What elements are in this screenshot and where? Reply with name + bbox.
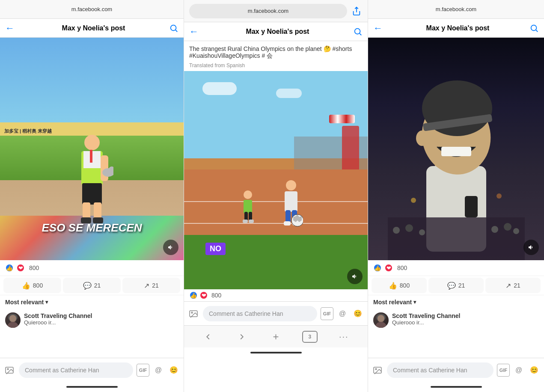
comment-icon: 💬: [83, 282, 92, 290]
right-volume-button[interactable]: [523, 240, 539, 255]
right-share-icon: ↗: [505, 282, 511, 290]
left-sort-bar[interactable]: Most relevant ▾: [0, 295, 184, 309]
left-like-button[interactable]: 👍 800: [3, 278, 61, 293]
svg-line-23: [360, 33, 361, 35]
middle-browser-add[interactable]: +: [268, 329, 283, 344]
left-commenter-name: Scott Traveling Channel: [24, 312, 92, 319]
right-heart-emoji: ❤: [384, 264, 393, 272]
right-commenter-avatar: [373, 312, 389, 328]
middle-share-button[interactable]: [351, 5, 363, 17]
middle-emoji-button[interactable]: 😊: [351, 307, 364, 320]
svg-point-39: [531, 25, 537, 30]
right-top-bar: m.facebook.com: [368, 0, 544, 19]
left-reactions-bar: 👍 ❤ 800: [0, 260, 184, 276]
middle-home-bar: [250, 352, 302, 353]
svg-point-30: [286, 180, 296, 190]
right-url: m.facebook.com: [436, 6, 476, 12]
like-icon: 👍: [22, 282, 30, 290]
right-commenter-name: Scott Traveling Channel: [392, 312, 460, 319]
right-like-button[interactable]: 👍 800: [372, 278, 427, 293]
middle-tabs-button[interactable]: 3: [302, 331, 318, 343]
left-comment-input-bar: Comment as Catherine Han GIF @ 😊: [0, 358, 184, 382]
right-search-button[interactable]: [529, 24, 539, 33]
right-post-image: [368, 38, 544, 260]
right-nav-bar: ← Max y Noelia's post: [368, 19, 544, 38]
right-at-button[interactable]: @: [512, 364, 525, 377]
right-comment-input-bar: Comment as Catherine Han GIF @ 😊: [368, 358, 544, 382]
right-comment-buttons: GIF @ 😊: [497, 364, 541, 377]
svg-point-52: [393, 227, 400, 234]
middle-comment-input-bar: Comment as Catherine Han GIF @ 😊: [184, 301, 368, 325]
middle-browser-forward[interactable]: [234, 329, 250, 344]
right-share-count: 21: [514, 282, 520, 289]
svg-rect-5: [82, 183, 102, 205]
svg-point-47: [416, 131, 428, 146]
right-like-count: 800: [400, 282, 410, 289]
right-gif-button[interactable]: GIF: [497, 364, 510, 377]
left-at-button[interactable]: @: [152, 364, 165, 377]
left-emoji-button[interactable]: 😊: [167, 364, 180, 377]
laughing-man: [388, 38, 525, 260]
middle-heart-emoji: ❤: [199, 291, 208, 300]
svg-rect-34: [284, 221, 291, 226]
middle-back-button[interactable]: ←: [189, 26, 199, 37]
svg-rect-28: [243, 220, 248, 223]
middle-gif-button[interactable]: GIF: [321, 307, 333, 320]
like-count: 800: [33, 282, 43, 289]
svg-point-20: [7, 368, 9, 370]
left-back-button[interactable]: ←: [5, 23, 15, 34]
middle-volume-button[interactable]: [347, 269, 363, 284]
right-sort-bar[interactable]: Most relevant ▾: [368, 295, 544, 309]
middle-comment-input[interactable]: Comment as Catherine Han: [203, 306, 317, 321]
svg-line-40: [536, 30, 538, 32]
middle-home-indicator: [184, 347, 368, 358]
left-gif-button[interactable]: GIF: [137, 364, 149, 377]
middle-reactions-mini: 👍 ❤ 800: [184, 289, 368, 301]
right-comment-input[interactable]: Comment as Catherine Han: [387, 362, 493, 378]
share-icon: ↗: [144, 282, 149, 290]
middle-nav-bar: ← Max y Noelia's post: [184, 22, 368, 41]
middle-url-bar: m.facebook.com: [184, 0, 368, 22]
left-photo-icon[interactable]: [3, 364, 15, 376]
right-photo-icon[interactable]: [372, 364, 383, 376]
middle-post-text-content: The strangest Rural China Olympics on th…: [189, 45, 352, 59]
middle-translated-label: Translated from Spanish: [184, 62, 368, 71]
left-panel: m.facebook.com ← Max y Noelia's post 加多宝…: [0, 0, 184, 392]
left-home-bar: [66, 386, 118, 388]
right-comment-icon: 💬: [447, 282, 456, 290]
svg-point-53: [405, 224, 413, 232]
svg-point-63: [378, 315, 384, 322]
left-comment-input[interactable]: Comment as Catherine Han: [19, 362, 133, 378]
right-comment-row: Scott Traveling Channel Quierooo ir...: [368, 309, 544, 331]
left-comment-button[interactable]: 💬 21: [63, 278, 121, 293]
middle-search-button[interactable]: [353, 27, 363, 36]
like-emoji: 👍: [5, 264, 14, 272]
right-back-button[interactable]: ←: [373, 23, 383, 34]
svg-rect-14: [90, 150, 92, 163]
right-home-bar: [431, 386, 482, 388]
right-comment-button[interactable]: 💬 21: [428, 278, 484, 293]
middle-at-button[interactable]: @: [336, 307, 349, 320]
middle-browser-more[interactable]: ···: [336, 329, 351, 344]
right-emoji-button[interactable]: 😊: [528, 364, 541, 377]
svg-point-0: [171, 25, 176, 30]
left-comment-buttons: GIF @ 😊: [137, 364, 180, 377]
left-post-image: 加多宝 | 稻村奥 来穿越: [0, 38, 184, 260]
svg-point-16: [7, 322, 19, 328]
right-comment-content: Scott Traveling Channel Quierooo ir...: [392, 312, 460, 326]
right-scott-avatar-image: [373, 312, 389, 328]
right-like-icon: 👍: [389, 282, 397, 290]
heart-emoji: ❤: [16, 264, 25, 272]
left-home-indicator: [0, 382, 184, 392]
left-share-button[interactable]: ↗ 21: [122, 278, 180, 293]
svg-point-22: [355, 28, 360, 34]
volume-button[interactable]: [163, 240, 178, 255]
svg-rect-31: [285, 191, 297, 212]
middle-browser-back[interactable]: [200, 329, 216, 344]
middle-url-input[interactable]: m.facebook.com: [189, 4, 347, 18]
left-search-button[interactable]: [169, 24, 178, 33]
svg-rect-50: [465, 196, 478, 217]
right-share-button[interactable]: ↗ 21: [485, 278, 541, 293]
middle-photo-icon[interactable]: [187, 308, 199, 320]
svg-rect-44: [441, 147, 471, 156]
